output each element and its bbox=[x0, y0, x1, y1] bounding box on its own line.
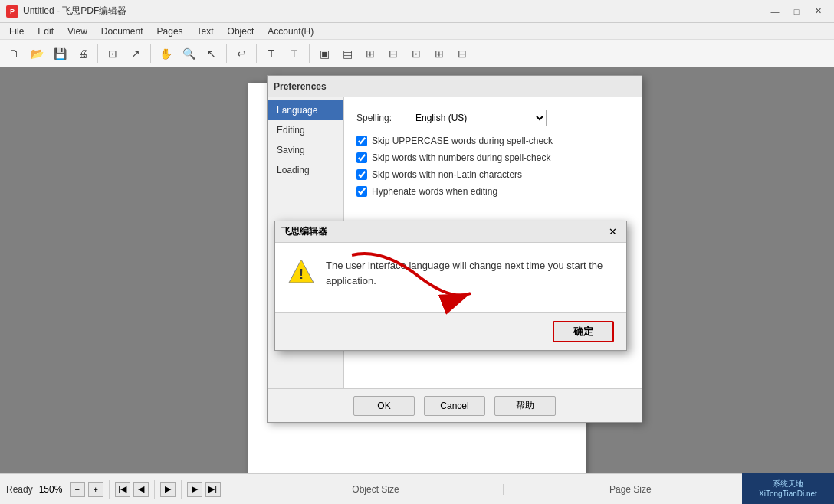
prefs-ok-button[interactable]: OK bbox=[353, 396, 415, 416]
checkbox-uppercase-input[interactable] bbox=[356, 136, 367, 146]
menu-document[interactable]: Document bbox=[95, 25, 149, 38]
open-button[interactable]: 📂 bbox=[26, 43, 48, 64]
tool12-button[interactable]: ⊟ bbox=[451, 43, 473, 64]
main-toolbar: 🗋 📂 💾 🖨 ⊡ ↗ ✋ 🔍 ↖ ↩ T T ▣ ▤ ⊞ ⊟ ⊡ ⊞ ⊟ bbox=[0, 40, 834, 67]
menu-text[interactable]: Text bbox=[191, 25, 220, 38]
status-left: Ready 150% − + |◀ ◀ ▶ ▶ ▶| bbox=[0, 480, 248, 499]
pref-nav-editing[interactable]: Editing bbox=[268, 120, 343, 140]
undo-button[interactable]: ↩ bbox=[231, 43, 252, 64]
new-button[interactable]: 🗋 bbox=[3, 43, 25, 64]
alert-body: ! The user interface language will chang… bbox=[275, 243, 626, 312]
zoom-button[interactable]: 🔍 bbox=[178, 43, 199, 64]
checkbox-numbers: Skip words with numbers during spell-che… bbox=[356, 152, 629, 163]
menu-pages[interactable]: Pages bbox=[151, 25, 189, 38]
menu-edit[interactable]: Edit bbox=[31, 25, 60, 38]
tool10-button[interactable]: ⊡ bbox=[406, 43, 427, 64]
prefs-cancel-button[interactable]: Cancel bbox=[424, 396, 485, 416]
zoom-value: 150% bbox=[39, 484, 67, 495]
nav-sep bbox=[109, 480, 110, 499]
checkbox-numbers-input[interactable] bbox=[356, 152, 367, 163]
checkbox-numbers-label: Skip words with numbers during spell-che… bbox=[372, 152, 550, 163]
app-icon: P bbox=[6, 5, 18, 18]
maximize-button[interactable]: □ bbox=[786, 4, 806, 19]
alert-message: The user interface language will change … bbox=[326, 258, 614, 288]
status-page-size: Page Size bbox=[503, 484, 757, 495]
titlebar-controls: — □ ✕ bbox=[765, 4, 828, 19]
scan-button[interactable]: ⊡ bbox=[102, 43, 123, 64]
prefs-footer: OK Cancel 帮助 bbox=[268, 388, 642, 422]
first-page-button[interactable]: |◀ bbox=[115, 482, 130, 497]
confirm-button[interactable]: 确定 bbox=[553, 321, 614, 342]
checkbox-uppercase: Skip UPPERCASE words during spell-check bbox=[356, 136, 629, 146]
hand-button[interactable]: ✋ bbox=[155, 43, 176, 64]
zoom-in-button[interactable]: + bbox=[88, 482, 103, 497]
tool7-button[interactable]: ▤ bbox=[337, 43, 358, 64]
spelling-select[interactable]: English (US) English (UK) French German bbox=[409, 110, 547, 126]
object-size-label: Object Size bbox=[352, 484, 399, 495]
menubar: File Edit View Document Pages Text Objec… bbox=[0, 23, 834, 40]
prefs-help-button[interactable]: 帮助 bbox=[494, 396, 556, 416]
tool6-button[interactable]: ▣ bbox=[314, 43, 335, 64]
zoom-out-button[interactable]: − bbox=[70, 482, 85, 497]
watermark-text: 系统天地XiTongTianDi.net bbox=[759, 479, 817, 499]
prev-page-button[interactable]: ◀ bbox=[133, 482, 149, 497]
close-button[interactable]: ✕ bbox=[808, 4, 828, 19]
prefs-title: Preferences bbox=[274, 81, 327, 92]
titlebar-title: Untitled - 飞思PDF编辑器 bbox=[23, 5, 126, 18]
checkbox-hyphenate-label: Hyphenate words when editing bbox=[372, 186, 497, 197]
status-text: Ready bbox=[6, 484, 33, 495]
toolbar-sep-2 bbox=[150, 44, 151, 63]
spelling-row: Spelling: English (US) English (UK) Fren… bbox=[356, 110, 629, 126]
alert-title: 飞思编辑器 bbox=[281, 225, 327, 238]
tool9-button[interactable]: ⊟ bbox=[383, 43, 404, 64]
toolbar-sep-3 bbox=[226, 44, 227, 63]
checkbox-nonlatin-label: Skip words with non-Latin characters bbox=[372, 169, 522, 180]
export-button[interactable]: ↗ bbox=[125, 43, 146, 64]
toolbar-sep-5 bbox=[309, 44, 310, 63]
checkbox-hyphenate: Hyphenate words when editing bbox=[356, 186, 629, 197]
status-zoom: 150% − + |◀ ◀ ▶ ▶ ▶| bbox=[39, 480, 221, 499]
print-button[interactable]: 🖨 bbox=[72, 43, 94, 64]
nav-sep3 bbox=[181, 480, 182, 499]
next-page-button[interactable]: ▶ bbox=[187, 482, 202, 497]
alert-titlebar: 飞思编辑器 ✕ bbox=[275, 221, 626, 243]
select-button[interactable]: ↖ bbox=[201, 43, 222, 64]
menu-object[interactable]: Object bbox=[222, 25, 261, 38]
page-size-label: Page Size bbox=[609, 484, 652, 495]
checkbox-nonlatin: Skip words with non-Latin characters bbox=[356, 169, 629, 180]
alert-close-button[interactable]: ✕ bbox=[605, 225, 620, 239]
text2-button[interactable]: T bbox=[284, 43, 305, 64]
checkbox-nonlatin-input[interactable] bbox=[356, 169, 367, 180]
titlebar-left: P Untitled - 飞思PDF编辑器 bbox=[6, 5, 126, 18]
tool8-button[interactable]: ⊞ bbox=[360, 43, 381, 64]
main-area: Preferences Language Editing Saving Load… bbox=[0, 67, 834, 473]
checkbox-hyphenate-input[interactable] bbox=[356, 186, 367, 197]
prefs-titlebar: Preferences bbox=[268, 76, 642, 97]
watermark: 系统天地XiTongTianDi.net bbox=[742, 473, 834, 504]
text-button[interactable]: T bbox=[261, 43, 282, 64]
alert-footer: 确定 bbox=[275, 312, 626, 350]
pref-nav-language[interactable]: Language bbox=[268, 100, 343, 120]
svg-text:!: ! bbox=[299, 267, 304, 282]
checkbox-uppercase-label: Skip UPPERCASE words during spell-check bbox=[372, 136, 553, 146]
alert-dialog: 飞思编辑器 ✕ ! The user interface language wi… bbox=[274, 221, 627, 351]
menu-view[interactable]: View bbox=[61, 25, 94, 38]
menu-file[interactable]: File bbox=[3, 25, 30, 38]
nav-sep2 bbox=[154, 480, 155, 499]
last-page-button[interactable]: ▶| bbox=[205, 482, 221, 497]
tool11-button[interactable]: ⊞ bbox=[428, 43, 450, 64]
toolbar-sep-1 bbox=[97, 44, 98, 63]
warning-icon: ! bbox=[287, 258, 315, 286]
pref-nav-saving[interactable]: Saving bbox=[268, 140, 343, 160]
play-button[interactable]: ▶ bbox=[160, 482, 176, 497]
minimize-button[interactable]: — bbox=[765, 4, 785, 19]
titlebar: P Untitled - 飞思PDF编辑器 — □ ✕ bbox=[0, 0, 834, 23]
pref-nav-loading[interactable]: Loading bbox=[268, 160, 343, 180]
save-button[interactable]: 💾 bbox=[49, 43, 71, 64]
menu-account[interactable]: Account(H) bbox=[261, 25, 320, 38]
spelling-label: Spelling: bbox=[356, 113, 402, 123]
statusbar: Ready 150% − + |◀ ◀ ▶ ▶ ▶| Object Size P… bbox=[0, 473, 834, 504]
status-object-size: Object Size bbox=[248, 484, 502, 495]
toolbar-sep-4 bbox=[256, 44, 257, 63]
